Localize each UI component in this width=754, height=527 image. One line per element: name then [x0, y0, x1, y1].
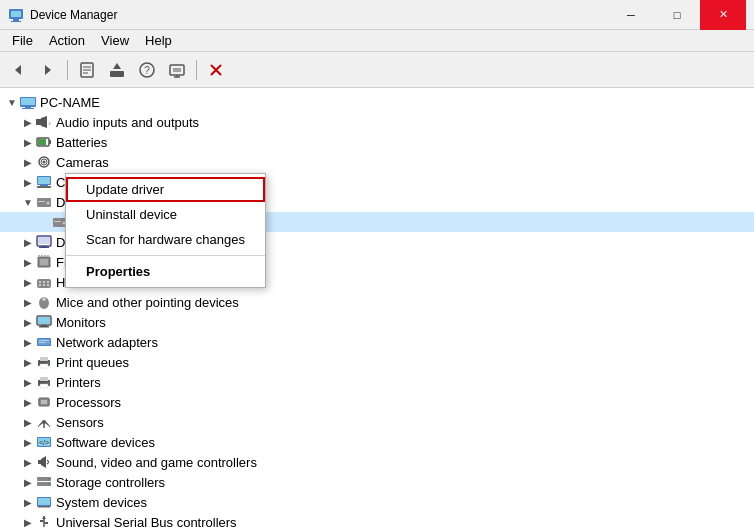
svg-marker-103 — [42, 516, 46, 519]
tree-item-batteries[interactable]: ▶ Batteries — [0, 132, 754, 152]
properties-button[interactable] — [73, 56, 101, 84]
chevron-mice: ▶ — [20, 294, 36, 310]
svg-rect-104 — [40, 520, 43, 522]
chevron-batteries: ▶ — [20, 134, 36, 150]
tree-item-sensors[interactable]: ▶ Sensors — [0, 412, 754, 432]
tree-item-monitors[interactable]: ▶ Monitors — [0, 312, 754, 332]
tree-item-audio-label: Audio inputs and outputs — [56, 115, 199, 130]
svg-marker-4 — [15, 65, 21, 75]
tree-item-sensors-label: Sensors — [56, 415, 104, 430]
tree-item-software[interactable]: ▶ </> Software devices — [0, 432, 754, 452]
tree-item-storage[interactable]: ▶ Storage controllers — [0, 472, 754, 492]
icon-network — [36, 334, 52, 350]
app-icon — [8, 7, 24, 23]
svg-rect-3 — [11, 21, 21, 22]
svg-rect-100 — [42, 505, 46, 506]
svg-rect-34 — [38, 177, 50, 184]
tree-item-cameras[interactable]: ▶ Cameras — [0, 152, 754, 172]
toolbar: ? — [0, 52, 754, 88]
tree-item-mice[interactable]: ▶ Mice and other pointing devices — [0, 292, 754, 312]
tree-item-root-label: PC-NAME — [40, 95, 100, 110]
svg-rect-21 — [21, 98, 35, 105]
close-button[interactable]: ✕ — [700, 0, 746, 30]
icon-usb — [36, 514, 52, 527]
svg-rect-2 — [13, 19, 19, 21]
tree-item-printers-label: Printers — [56, 375, 101, 390]
tree-item-sound[interactable]: ▶ Sound, video and game controllers — [0, 452, 754, 472]
titlebar: Device Manager ─ □ ✕ — [0, 0, 754, 30]
tree-item-sound-label: Sound, video and game controllers — [56, 455, 257, 470]
svg-rect-99 — [38, 498, 50, 505]
tree-item-network[interactable]: ▶ Network adapters — [0, 332, 754, 352]
svg-point-32 — [43, 161, 46, 164]
svg-rect-44 — [38, 237, 50, 244]
context-menu-properties[interactable]: Properties — [66, 259, 265, 284]
svg-rect-53 — [37, 279, 51, 288]
chevron-root: ▼ — [4, 94, 20, 110]
icon-storage — [36, 474, 52, 490]
icon-sensors — [36, 414, 52, 430]
svg-rect-58 — [43, 284, 45, 286]
tree-item-audio[interactable]: ▶ ♪ Audio inputs and outputs — [0, 112, 754, 132]
icon-display — [36, 234, 52, 250]
icon-disk-drives — [36, 194, 52, 210]
window-controls: ─ □ ✕ — [608, 0, 746, 30]
tree-item-mice-label: Mice and other pointing devices — [56, 295, 239, 310]
help-button[interactable]: ? — [133, 56, 161, 84]
uninstall-button[interactable] — [202, 56, 230, 84]
svg-rect-48 — [40, 259, 48, 265]
svg-text:♪: ♪ — [48, 120, 51, 126]
menu-action[interactable]: Action — [41, 31, 93, 50]
tree-item-usb-label: Universal Serial Bus controllers — [56, 515, 237, 528]
icon-print-queues — [36, 354, 52, 370]
menu-file[interactable]: File — [4, 31, 41, 50]
minimize-button[interactable]: ─ — [608, 0, 654, 30]
chevron-sensors: ▶ — [20, 414, 36, 430]
svg-point-38 — [47, 202, 50, 205]
tree-item-processors-label: Processors — [56, 395, 121, 410]
context-menu-update-driver[interactable]: Update driver — [66, 177, 265, 202]
context-menu-uninstall[interactable]: Uninstall device — [66, 202, 265, 227]
tree-item-storage-label: Storage controllers — [56, 475, 165, 490]
menu-help[interactable]: Help — [137, 31, 180, 50]
tree-item-batteries-label: Batteries — [56, 135, 107, 150]
tree-item-processors[interactable]: ▶ Processors — [0, 392, 754, 412]
tree-item-system[interactable]: ▶ System devices — [0, 492, 754, 512]
menu-view[interactable]: View — [93, 31, 137, 50]
chevron-processors: ▶ — [20, 394, 36, 410]
update-driver-button[interactable] — [103, 56, 131, 84]
svg-marker-93 — [41, 456, 46, 468]
svg-point-74 — [47, 362, 49, 364]
svg-rect-28 — [49, 140, 51, 144]
tree-item-network-label: Network adapters — [56, 335, 158, 350]
toolbar-separator-2 — [196, 60, 197, 80]
tree-item-software-label: Software devices — [56, 435, 155, 450]
svg-rect-92 — [38, 460, 41, 464]
back-button[interactable] — [4, 56, 32, 84]
svg-marker-5 — [45, 65, 51, 75]
scan-button[interactable] — [163, 56, 191, 84]
svg-rect-59 — [47, 284, 49, 286]
tree-item-print-queues-label: Print queues — [56, 355, 129, 370]
svg-rect-55 — [43, 281, 45, 283]
svg-rect-10 — [110, 71, 124, 77]
tree-item-usb[interactable]: ▶ Universal Serial Bus controllers — [0, 512, 754, 527]
chevron-sound: ▶ — [20, 454, 36, 470]
svg-rect-35 — [40, 185, 48, 186]
chevron-software: ▶ — [20, 434, 36, 450]
chevron-audio: ▶ — [20, 114, 36, 130]
forward-button[interactable] — [34, 56, 62, 84]
svg-rect-73 — [40, 364, 48, 368]
chevron-hid: ▶ — [20, 274, 36, 290]
tree-item-print-queues[interactable]: ▶ Print queues — [0, 352, 754, 372]
icon-monitors — [36, 314, 52, 330]
maximize-button[interactable]: □ — [654, 0, 700, 30]
device-tree[interactable]: ▼ PC-NAME ▶ ♪ Audio inputs — [0, 88, 754, 527]
main-area: ▼ PC-NAME ▶ ♪ Audio inputs — [0, 88, 754, 527]
svg-marker-11 — [113, 63, 121, 69]
tree-item-root[interactable]: ▼ PC-NAME — [0, 92, 754, 112]
tree-item-printers[interactable]: ▶ Printers — [0, 372, 754, 392]
svg-rect-54 — [39, 281, 41, 283]
tree-item-system-label: System devices — [56, 495, 147, 510]
context-menu-scan[interactable]: Scan for hardware changes — [66, 227, 265, 252]
